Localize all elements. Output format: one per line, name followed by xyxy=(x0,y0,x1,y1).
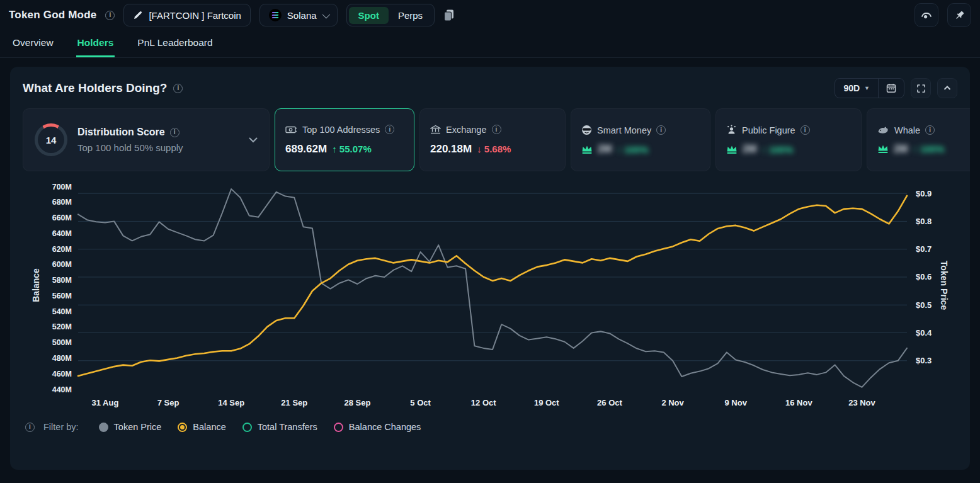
smart-money-icon xyxy=(581,125,592,135)
svg-text:500M: 500M xyxy=(52,338,72,347)
chain-label: Solana xyxy=(287,10,317,21)
total-transfers-swatch-icon xyxy=(242,423,252,432)
card-distribution-score[interactable]: 14 Distribution Score i Top 100 hold 50%… xyxy=(23,108,270,171)
page-title: Token God Mode xyxy=(9,9,96,21)
cash-icon xyxy=(285,125,297,134)
whale-icon xyxy=(877,125,889,135)
distribution-score-title: Distribution Score xyxy=(77,127,165,138)
legend-token-price[interactable]: Token Price xyxy=(99,422,162,432)
tab-pnl-leaderboard[interactable]: PnL Leaderboard xyxy=(136,30,214,57)
pin-button[interactable] xyxy=(947,3,971,27)
card-public-figure[interactable]: Public Figure i 2M ↑ 100% xyxy=(715,108,862,171)
token-name-label: [FARTCOIN ] Fartcoin xyxy=(149,10,241,21)
svg-text:12 Oct: 12 Oct xyxy=(471,398,496,407)
legend-label: Total Transfers xyxy=(258,422,317,432)
legend-balance-changes[interactable]: Balance Changes xyxy=(334,422,421,432)
tab-holders[interactable]: Holders xyxy=(76,30,115,57)
card-title: Top 100 Addresses xyxy=(302,125,380,135)
svg-text:640M: 640M xyxy=(52,229,72,238)
date-range-group: 90D ▼ xyxy=(835,78,904,98)
card-smart-money[interactable]: Smart Money i 2M ↑ 100% xyxy=(571,108,710,171)
page-title-info-icon[interactable]: i xyxy=(105,11,115,20)
balance-swatch-icon xyxy=(178,423,187,432)
chevron-down-icon xyxy=(322,10,330,18)
fullscreen-button[interactable] xyxy=(911,78,931,98)
svg-text:$0.9: $0.9 xyxy=(916,189,932,198)
public-figure-info-icon[interactable]: i xyxy=(801,125,810,135)
legend-label: Token Price xyxy=(114,422,162,432)
svg-text:$0.5: $0.5 xyxy=(916,300,932,310)
svg-text:560M: 560M xyxy=(52,292,72,300)
range-label: 90D xyxy=(843,83,860,93)
watchlist-button[interactable] xyxy=(914,3,938,27)
token-price-swatch-icon xyxy=(99,423,108,432)
range-selector-button[interactable]: 90D ▼ xyxy=(835,79,878,98)
svg-text:680M: 680M xyxy=(52,198,72,207)
top-100-change: ↑ 55.07% xyxy=(332,144,372,154)
exchange-info-icon[interactable]: i xyxy=(492,125,501,134)
smart-money-info-icon[interactable]: i xyxy=(656,125,666,135)
calendar-button[interactable] xyxy=(879,79,904,98)
svg-text:16 Nov: 16 Nov xyxy=(785,398,812,407)
token-name-box[interactable]: [FARTCOIN ] Fartcoin xyxy=(123,4,250,26)
caret-down-icon: ▼ xyxy=(864,85,870,91)
svg-text:600M: 600M xyxy=(52,260,72,269)
card-exchange[interactable]: Exchange i 220.18M ↓ 5.68% xyxy=(419,108,566,171)
filter-label: Filter by: xyxy=(43,422,79,432)
filter-bar: i Filter by: Token Price Balance Total T… xyxy=(23,422,957,432)
card-whale[interactable]: Whale i 2M ↑ 100% xyxy=(867,108,970,171)
public-figure-change-masked: ↑ 100% xyxy=(761,144,793,155)
legend-balance[interactable]: Balance xyxy=(178,422,225,432)
svg-text:9 Nov: 9 Nov xyxy=(725,398,748,407)
panel-title: What Are Holders Doing? xyxy=(23,81,167,95)
svg-text:480M: 480M xyxy=(52,354,72,363)
pin-icon xyxy=(954,9,966,21)
holders-chart-svg[interactable]: $0.9$0.8$0.7$0.6$0.5$0.4$0.3700M680M660M… xyxy=(35,181,949,409)
exchange-change: ↓ 5.68% xyxy=(477,144,511,154)
collapse-button[interactable] xyxy=(937,78,957,98)
svg-text:660M: 660M xyxy=(52,213,72,222)
chain-selector[interactable]: Solana xyxy=(259,4,338,26)
svg-text:$0.3: $0.3 xyxy=(916,356,932,365)
svg-text:$0.8: $0.8 xyxy=(916,217,932,226)
distribution-score-value: 14 xyxy=(38,127,64,153)
tab-overview[interactable]: Overview xyxy=(11,30,55,57)
section-tabs: Overview Holders PnL Leaderboard xyxy=(0,30,980,58)
svg-text:23 Nov: 23 Nov xyxy=(848,398,875,407)
fullscreen-icon xyxy=(916,84,926,93)
whale-info-icon[interactable]: i xyxy=(925,125,935,135)
card-title: Smart Money xyxy=(597,125,651,135)
spot-tab[interactable]: Spot xyxy=(349,7,389,24)
svg-text:5 Oct: 5 Oct xyxy=(410,398,431,407)
chevron-down-icon[interactable] xyxy=(249,134,258,145)
svg-text:$0.6: $0.6 xyxy=(916,272,932,281)
copy-button[interactable] xyxy=(443,9,455,21)
svg-text:31 Aug: 31 Aug xyxy=(91,398,118,407)
top-100-info-icon[interactable]: i xyxy=(385,125,394,134)
legend-total-transfers[interactable]: Total Transfers xyxy=(242,422,317,432)
svg-text:580M: 580M xyxy=(52,276,72,285)
balance-changes-swatch-icon xyxy=(334,423,343,432)
svg-text:21 Sep: 21 Sep xyxy=(281,398,307,407)
topbar: Token God Mode i [FARTCOIN ] Fartcoin So… xyxy=(0,0,980,30)
card-top-100-addresses[interactable]: Top 100 Addresses i 689.62M ↑ 55.07% xyxy=(275,108,414,171)
copy-icon xyxy=(443,9,455,21)
distribution-score-info-icon[interactable]: i xyxy=(170,128,179,137)
svg-text:$0.4: $0.4 xyxy=(916,328,932,338)
public-figure-icon xyxy=(726,125,737,135)
filter-info-icon[interactable]: i xyxy=(25,423,35,432)
svg-text:620M: 620M xyxy=(52,245,72,254)
whale-change-masked: ↑ 100% xyxy=(913,144,944,154)
holders-panel: What Are Holders Doing? i 90D ▼ xyxy=(10,67,970,470)
distribution-score-gauge: 14 xyxy=(35,123,67,156)
exchange-value: 220.18M xyxy=(430,143,472,156)
svg-text:19 Oct: 19 Oct xyxy=(534,398,559,407)
card-title: Exchange xyxy=(446,125,487,135)
svg-text:520M: 520M xyxy=(52,322,72,331)
card-title: Public Figure xyxy=(742,125,795,135)
public-figure-value-masked: 2M xyxy=(743,144,756,155)
calendar-icon xyxy=(886,83,896,93)
svg-text:460M: 460M xyxy=(52,370,72,378)
panel-title-info-icon[interactable]: i xyxy=(173,84,183,93)
perps-tab[interactable]: Perps xyxy=(389,7,432,24)
